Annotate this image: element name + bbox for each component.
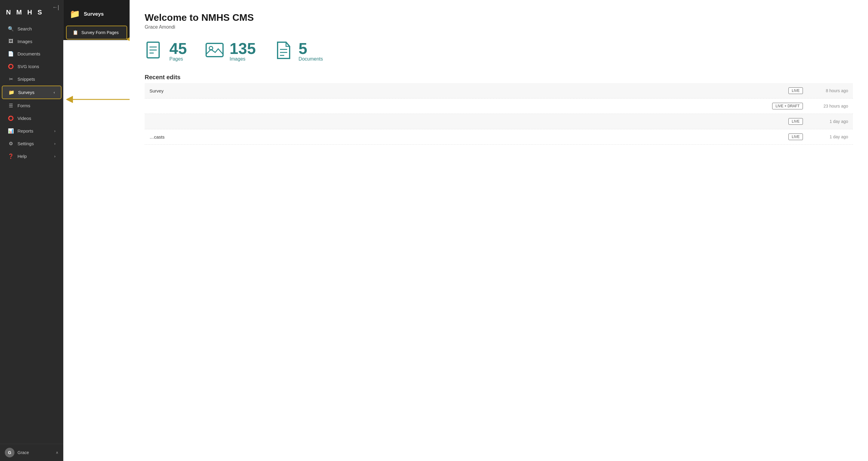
sidebar-item-label: Forms bbox=[18, 103, 30, 108]
sidebar-item-label: Surveys bbox=[18, 90, 34, 95]
chevron-right-icon: › bbox=[54, 142, 56, 146]
submenu-item-label: Survey Form Pages bbox=[82, 30, 119, 35]
user-name: Grace bbox=[18, 450, 53, 455]
submenu-header: 📁 Surveys bbox=[64, 6, 130, 25]
chevron-right-icon: › bbox=[54, 129, 56, 133]
sidebar-item-search[interactable]: 🔍 Search bbox=[2, 23, 61, 35]
stat-pages: 45 Pages bbox=[145, 41, 187, 62]
sidebar-item-label: Snippets bbox=[18, 76, 35, 82]
sidebar-item-label: Images bbox=[18, 39, 32, 44]
sidebar: ←| N M H S 🔍 Search 🖼 Images 📄 Documents… bbox=[0, 0, 63, 461]
sidebar-item-snippets[interactable]: ✂ Snippets bbox=[2, 73, 61, 85]
images-stat-icon bbox=[205, 41, 224, 61]
documents-label: Documents bbox=[299, 56, 323, 62]
sidebar-item-label: Help bbox=[18, 154, 27, 159]
edit-time: 23 hours ago bbox=[809, 104, 848, 109]
edit-row: Survey LIVE 8 hours ago bbox=[145, 83, 853, 98]
edit-badge: LIVE + DRAFT bbox=[772, 103, 803, 110]
sidebar-item-label: Reports bbox=[18, 128, 33, 133]
edit-name: …casts bbox=[150, 134, 788, 140]
reports-icon: 📊 bbox=[8, 128, 14, 134]
sidebar-nav: 🔍 Search 🖼 Images 📄 Documents ⭕ SVG Icon… bbox=[0, 22, 63, 444]
sidebar-item-videos[interactable]: ⭕ Videos bbox=[2, 112, 61, 124]
sidebar-item-label: Search bbox=[18, 26, 32, 31]
sidebar-item-label: Videos bbox=[18, 116, 31, 121]
recent-edits-table: Survey LIVE 8 hours ago LIVE + DRAFT 23 … bbox=[145, 83, 853, 145]
sidebar-item-svg-icons[interactable]: ⭕ SVG Icons bbox=[2, 60, 61, 72]
edit-name: Survey bbox=[150, 88, 788, 93]
forms-icon: ☰ bbox=[8, 103, 14, 109]
edit-badge: LIVE bbox=[788, 118, 803, 125]
sidebar-item-settings[interactable]: ⚙ Settings › bbox=[2, 137, 61, 150]
sidebar-item-label: Settings bbox=[18, 141, 34, 146]
page-icon: 📋 bbox=[73, 30, 79, 35]
svg-rect-8 bbox=[206, 43, 223, 57]
settings-icon: ⚙ bbox=[8, 141, 14, 147]
submenu-item-survey-form-pages[interactable]: 📋 Survey Form Pages bbox=[66, 26, 127, 39]
pages-icon bbox=[145, 41, 164, 61]
edit-row: LIVE 1 day ago bbox=[145, 114, 853, 129]
stat-documents: 5 Documents bbox=[274, 41, 323, 62]
pages-count: 45 bbox=[169, 41, 187, 56]
sidebar-item-label: Documents bbox=[18, 51, 40, 56]
welcome-subtitle: Grace Amondi bbox=[145, 24, 853, 30]
edit-badge: LIVE bbox=[788, 133, 803, 140]
search-icon: 🔍 bbox=[8, 26, 14, 32]
edit-row: LIVE + DRAFT 23 hours ago bbox=[145, 98, 853, 114]
documents-count: 5 bbox=[299, 41, 323, 56]
documents-stat-icon bbox=[274, 41, 293, 61]
recent-edits-title: Recent edits bbox=[145, 74, 853, 81]
chevron-left-icon: ‹ bbox=[54, 90, 55, 95]
images-count: 135 bbox=[230, 41, 256, 56]
edit-time: 8 hours ago bbox=[809, 88, 848, 93]
avatar: G bbox=[5, 448, 14, 457]
images-icon: 🖼 bbox=[8, 38, 14, 44]
chevron-up-icon: ∧ bbox=[56, 451, 59, 455]
sidebar-item-reports[interactable]: 📊 Reports › bbox=[2, 125, 61, 137]
snippets-icon: ✂ bbox=[8, 76, 14, 82]
document-icon: 📄 bbox=[8, 51, 14, 57]
stat-images: 135 Images bbox=[205, 41, 256, 62]
submenu-title: Surveys bbox=[84, 11, 104, 17]
chevron-right-icon: › bbox=[54, 154, 56, 158]
user-footer[interactable]: G Grace ∧ bbox=[0, 444, 63, 461]
surveys-icon: 📁 bbox=[8, 90, 14, 95]
collapse-button[interactable]: ←| bbox=[52, 4, 59, 10]
sidebar-item-forms[interactable]: ☰ Forms bbox=[2, 99, 61, 112]
arrow-annotation-surveys bbox=[66, 93, 133, 105]
sidebar-item-surveys[interactable]: 📁 Surveys ‹ bbox=[2, 86, 61, 99]
svg-icon: ⭕ bbox=[8, 64, 14, 69]
edit-time: 1 day ago bbox=[809, 134, 848, 139]
edit-row: …casts LIVE 1 day ago bbox=[145, 129, 853, 145]
sidebar-item-images[interactable]: 🖼 Images bbox=[2, 35, 61, 47]
submenu-panel: 📁 Surveys 📋 Survey Form Pages bbox=[63, 0, 130, 40]
edit-badge: LIVE bbox=[788, 87, 803, 94]
edit-time: 1 day ago bbox=[809, 119, 848, 124]
sidebar-item-help[interactable]: ❓ Help › bbox=[2, 150, 61, 162]
logo: N M H S bbox=[0, 0, 63, 22]
help-icon: ❓ bbox=[8, 153, 14, 159]
folder-icon: 📁 bbox=[70, 9, 80, 19]
welcome-title: Welcome to NMHS CMS bbox=[145, 12, 853, 23]
main-content: Welcome to NMHS CMS Grace Amondi 45 Page… bbox=[130, 0, 868, 461]
videos-icon: ⭕ bbox=[8, 115, 14, 121]
sidebar-item-documents[interactable]: 📄 Documents bbox=[2, 48, 61, 60]
stats-row: 45 Pages 135 Images bbox=[145, 41, 853, 62]
sidebar-item-label: SVG Icons bbox=[18, 64, 39, 69]
